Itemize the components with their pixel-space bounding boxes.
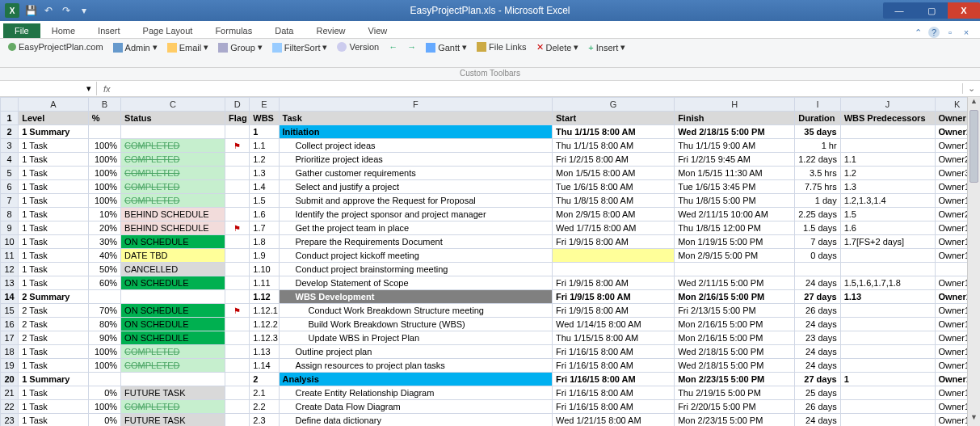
cell-duration[interactable]: 0 days [795, 249, 840, 263]
cell-duration[interactable]: 1 day [795, 194, 840, 208]
hdr-level[interactable]: Level [19, 112, 89, 125]
cell-pred[interactable] [840, 304, 935, 318]
cell-task[interactable]: Submit and approve the Request for Propo… [279, 194, 553, 208]
tab-review[interactable]: Review [305, 23, 356, 38]
filelinks-button[interactable]: File Links [473, 41, 529, 53]
cell-task[interactable]: Assign resources to project plan tasks [279, 359, 553, 373]
cell-start[interactable]: Fri 1/9/15 8:00 AM [553, 304, 675, 318]
cell-wbs[interactable]: 1.5 [250, 194, 279, 208]
cell-pct[interactable]: 70% [88, 304, 120, 318]
col-header-E[interactable]: E [250, 98, 279, 112]
cell-finish[interactable]: Thu 2/19/15 5:00 PM [675, 386, 795, 400]
cell-pred[interactable]: 1.2 [840, 167, 935, 180]
filtersort-button[interactable]: FilterSort▾ [269, 41, 331, 53]
cell-level[interactable]: 1 Task [19, 263, 89, 276]
cell-duration[interactable]: 26 days [795, 400, 840, 414]
cell-level[interactable]: 1 Task [19, 386, 89, 400]
cell-pct[interactable]: 80% [88, 318, 120, 331]
cell-wbs[interactable]: 1.12.1 [250, 304, 279, 318]
col-header-C[interactable]: C [121, 98, 225, 112]
row-header[interactable]: 8 [1, 208, 19, 221]
cell-finish[interactable] [675, 263, 795, 276]
cell-pct[interactable] [88, 125, 120, 139]
cell-pred[interactable]: 1.3 [840, 180, 935, 194]
cell-flag[interactable] [225, 359, 250, 373]
cell-finish[interactable]: Wed 2/11/15 5:00 PM [675, 276, 795, 290]
cell-level[interactable]: 1 Task [19, 359, 89, 373]
delete-button[interactable]: ✕Delete▾ [533, 41, 583, 53]
cell-flag[interactable] [225, 235, 250, 249]
cell-status[interactable]: COMPLETED [121, 194, 225, 208]
cell-pred[interactable] [840, 359, 935, 373]
cell-pct[interactable]: 100% [88, 153, 120, 167]
cell-flag[interactable] [225, 373, 250, 386]
cell-level[interactable]: 1 Task [19, 345, 89, 359]
cell-pct[interactable]: 100% [88, 194, 120, 208]
cell-duration[interactable]: 1.5 days [795, 221, 840, 235]
cell-pct[interactable]: 100% [88, 400, 120, 414]
cell-level[interactable]: 1 Task [19, 249, 89, 263]
table-row[interactable]: 121 Task50%CANCELLED1.10Conduct project … [1, 263, 980, 276]
row-header[interactable]: 18 [1, 345, 19, 359]
undo-icon[interactable]: ↶ [42, 4, 55, 17]
cell-flag[interactable] [225, 153, 250, 167]
cell-pct[interactable]: 100% [88, 359, 120, 373]
cell-level[interactable]: 1 Task [19, 208, 89, 221]
cell-wbs[interactable]: 1.14 [250, 359, 279, 373]
cell-task[interactable]: Get the project team in place [279, 221, 553, 235]
tab-view[interactable]: View [357, 23, 399, 38]
cell-finish[interactable]: Mon 2/23/15 5:00 PM [675, 414, 795, 427]
scroll-down-icon[interactable]: ▼ [968, 413, 980, 426]
row-header[interactable]: 13 [1, 276, 19, 290]
hdr-pct[interactable]: % [88, 112, 120, 125]
cell-start[interactable]: Fri 1/2/15 8:00 AM [553, 153, 675, 167]
table-row[interactable]: 41 Task100%COMPLETED1.2Prioritize projec… [1, 153, 980, 167]
row-header[interactable]: 7 [1, 194, 19, 208]
row-header[interactable]: 14 [1, 290, 19, 304]
cell-task[interactable]: Identify the project sponsor and project… [279, 208, 553, 221]
table-row[interactable]: 201 Summary2AnalysisFri 1/16/15 8:00 AMM… [1, 373, 980, 386]
table-row[interactable]: 71 Task100%COMPLETED1.5Submit and approv… [1, 194, 980, 208]
cell-wbs[interactable]: 1.2 [250, 153, 279, 167]
cell-level[interactable]: 1 Task [19, 194, 89, 208]
cell-level[interactable]: 1 Task [19, 167, 89, 180]
tab-formulas[interactable]: Formulas [204, 23, 263, 38]
table-row[interactable]: 142 Summary1.12WBS DevelopmentFri 1/9/15… [1, 290, 980, 304]
cell-finish[interactable]: Wed 2/18/15 5:00 PM [675, 125, 795, 139]
cell-wbs[interactable]: 2 [250, 373, 279, 386]
hdr-finish[interactable]: Finish [675, 112, 795, 125]
cell-duration[interactable]: 27 days [795, 290, 840, 304]
row-header[interactable]: 2 [1, 125, 19, 139]
cell-flag[interactable]: ⚑ [225, 304, 250, 318]
cell-pred[interactable]: 1 [840, 373, 935, 386]
cell-flag[interactable]: ⚑ [225, 221, 250, 235]
workbook-close-icon[interactable]: × [961, 27, 972, 38]
hdr-flag[interactable]: Flag [225, 112, 250, 125]
col-header-F[interactable]: F [279, 98, 553, 112]
row-header[interactable]: 3 [1, 139, 19, 153]
cell-status[interactable]: ON SCHEDULE [121, 318, 225, 331]
cell-level[interactable]: 1 Task [19, 153, 89, 167]
nav-right-button[interactable]: → [404, 41, 419, 53]
cell-finish[interactable]: Wed 2/18/15 5:00 PM [675, 359, 795, 373]
table-row[interactable]: 81 Task10%BEHIND SCHEDULE1.6Identify the… [1, 208, 980, 221]
cell-level[interactable]: 2 Summary [19, 290, 89, 304]
cell-pred[interactable]: 1.1 [840, 153, 935, 167]
cell-start[interactable]: Fri 1/16/15 8:00 AM [553, 400, 675, 414]
cell-wbs[interactable]: 1 [250, 125, 279, 139]
cell-pct[interactable]: 50% [88, 263, 120, 276]
cell-duration[interactable]: 35 days [795, 125, 840, 139]
cell-pct[interactable]: 100% [88, 345, 120, 359]
cell-task[interactable]: Prioritize project ideas [279, 153, 553, 167]
cell-duration[interactable] [795, 263, 840, 276]
header-row[interactable]: 1 Level % Status Flag WBS Task Start Fin… [1, 112, 980, 125]
cell-task[interactable]: Analysis [279, 373, 553, 386]
cell-duration[interactable]: 7 days [795, 235, 840, 249]
cell-duration[interactable]: 24 days [795, 276, 840, 290]
cell-pred[interactable]: 1.6 [840, 221, 935, 235]
cell-start[interactable]: Thu 1/1/15 8:00 AM [553, 125, 675, 139]
cell-finish[interactable]: Mon 2/23/15 5:00 PM [675, 373, 795, 386]
cell-task[interactable]: Initiation [279, 125, 553, 139]
table-row[interactable]: 31 Task100%COMPLETED⚑1.1Collect project … [1, 139, 980, 153]
group-button[interactable]: Group▾ [215, 41, 266, 53]
